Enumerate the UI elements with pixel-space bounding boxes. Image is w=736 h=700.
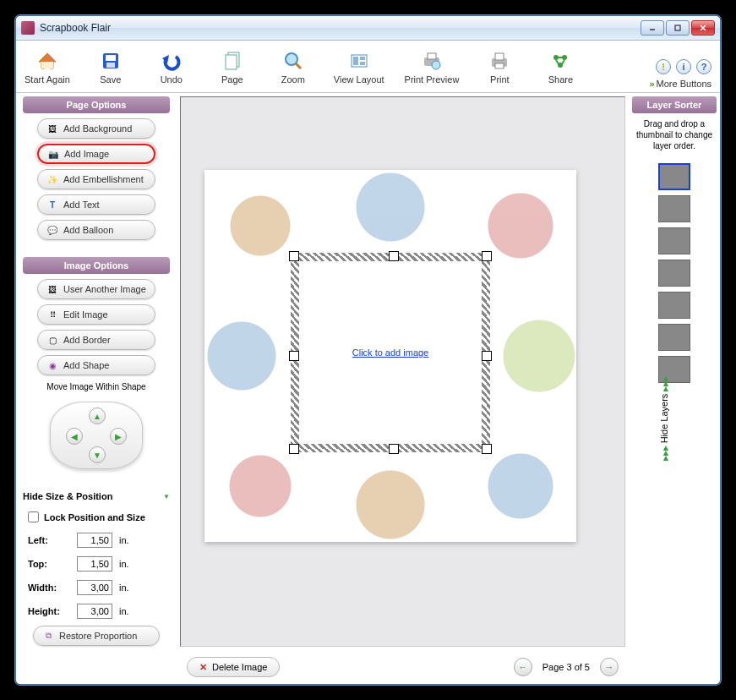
layer-thumb[interactable] [658,163,690,190]
add-image-button[interactable]: 📷 Add Image [37,144,155,164]
add-balloon-button[interactable]: 💬 Add Balloon [37,220,155,240]
layer-list: ▶▶▶ Hide Layers ▶▶▶ [632,156,717,681]
main-toolbar: Start Again Save Undo Page Zoom View Lay… [16,41,720,93]
layer-thumb[interactable] [658,195,690,222]
save-button[interactable]: Save [90,49,131,85]
svg-point-21 [432,61,440,69]
left-input[interactable] [77,533,112,548]
embellishment-icon: ✨ [46,173,58,185]
delete-image-button[interactable]: ✕ Delete Image [187,657,280,677]
more-buttons-link[interactable]: More Buttons [649,79,711,89]
use-another-image-button[interactable]: 🖼 User Another Image [37,279,155,299]
layer-thumb[interactable] [658,260,690,287]
svg-rect-5 [41,62,53,68]
svg-rect-16 [353,57,358,65]
balloon-icon: 💬 [46,224,58,236]
layer-thumb[interactable] [658,292,690,319]
next-page-button[interactable]: → [600,658,619,676]
svg-point-13 [286,53,297,65]
home-icon [35,49,59,73]
svg-rect-9 [106,63,115,68]
scrapbook-page[interactable]: Click to add image [204,170,576,542]
canvas-bottom-bar: ✕ Delete Image ← Page 3 of 5 → [177,650,629,684]
maximize-button[interactable] [666,20,690,36]
share-button[interactable]: Share [540,49,581,85]
move-within-label: Move Image Within Shape [23,380,170,393]
start-again-button[interactable]: Start Again [25,49,70,85]
move-left-button[interactable]: ◀ [66,428,83,445]
print-preview-icon [420,49,444,73]
add-shape-button[interactable]: ◉ Add Shape [37,355,155,375]
resize-handle-nw[interactable] [289,251,299,261]
image-options-header: Image Options [23,257,170,274]
layer-sorter-panel: Layer Sorter Drag and drop a thumbnail t… [629,93,720,684]
undo-button[interactable]: Undo [151,49,192,85]
shape-icon: ◉ [46,359,58,371]
collapse-icon: ▼ [163,493,170,500]
move-down-button[interactable]: ▼ [89,446,106,463]
add-embellishment-button[interactable]: ✨ Add Embellishment [37,169,155,189]
move-image-pad: ▲ ▼ ◀ ▶ [50,402,143,469]
canvas-area[interactable]: Click to add image [180,96,625,647]
edit-icon: ⠿ [46,309,58,320]
minimize-button[interactable] [641,20,664,36]
canvas-zone: Click to add image ✕ [177,93,629,684]
zoom-button[interactable]: Zoom [273,49,313,85]
layer-hint: Drag and drop a thumbnail to change laye… [632,117,717,153]
resize-handle-se[interactable] [482,444,492,454]
titlebar: Scrapbook Flair [16,16,720,41]
resize-handle-w[interactable] [289,351,299,361]
window-title: Scrapbook Flair [40,22,641,34]
warning-help-button[interactable]: ! [656,59,671,74]
lock-position-checkbox[interactable] [28,511,39,522]
add-background-button[interactable]: 🖼 Add Background [37,118,155,139]
svg-rect-18 [360,62,365,65]
print-button[interactable]: Print [479,49,520,85]
top-input[interactable] [77,556,112,571]
layer-thumb[interactable] [658,324,690,351]
click-to-add-image-link[interactable]: Click to add image [352,347,429,358]
layout-icon [347,49,371,73]
height-input[interactable] [77,604,112,619]
delete-icon: ✕ [199,662,207,673]
resize-handle-ne[interactable] [482,251,492,261]
print-preview-button[interactable]: Print Preview [405,49,460,85]
resize-handle-e[interactable] [482,351,492,361]
info-help-button[interactable]: i [676,59,691,74]
resize-handle-s[interactable] [389,444,399,454]
move-right-button[interactable]: ▶ [110,428,127,445]
svg-rect-8 [106,55,116,61]
size-position-toggle[interactable]: Hide Size & Position ▼ [23,489,170,503]
close-button[interactable] [691,20,715,36]
edit-image-button[interactable]: ⠿ Edit Image [37,304,155,325]
floppy-icon [99,49,123,73]
left-sidebar: Page Options 🖼 Add Background 📷 Add Imag… [16,93,177,684]
app-window: Scrapbook Flair Start Again Save Undo Pa… [15,15,721,685]
app-icon [21,21,35,35]
layer-thumb[interactable] [658,227,690,254]
hide-layers-toggle[interactable]: ▶▶▶ Hide Layers ▶▶▶ [659,376,669,461]
svg-rect-1 [675,25,680,30]
prev-page-button[interactable]: ← [514,658,532,676]
page-options-header: Page Options [23,96,170,113]
image-placeholder-frame[interactable]: Click to add image [291,253,490,452]
page-button[interactable]: Page [212,49,253,85]
width-input[interactable] [77,580,112,595]
help-button[interactable]: ? [696,59,711,74]
add-text-button[interactable]: T Add Text [37,194,155,215]
layer-sorter-header: Layer Sorter [632,96,717,113]
restore-proportion-button[interactable]: ⧉ Restore Proportion [33,626,160,646]
pages-icon [221,49,244,73]
svg-rect-17 [360,57,365,60]
image-icon: 📷 [47,148,59,160]
add-border-button[interactable]: ▢ Add Border [37,330,155,350]
svg-rect-12 [226,55,237,69]
page-status: Page 3 of 5 [542,662,590,672]
resize-handle-sw[interactable] [289,444,299,454]
move-up-button[interactable]: ▲ [89,407,106,424]
magnifier-icon [281,49,305,73]
view-layout-button[interactable]: View Layout [334,49,384,85]
svg-rect-23 [495,53,504,60]
svg-rect-24 [495,63,504,68]
resize-handle-n[interactable] [389,251,399,261]
